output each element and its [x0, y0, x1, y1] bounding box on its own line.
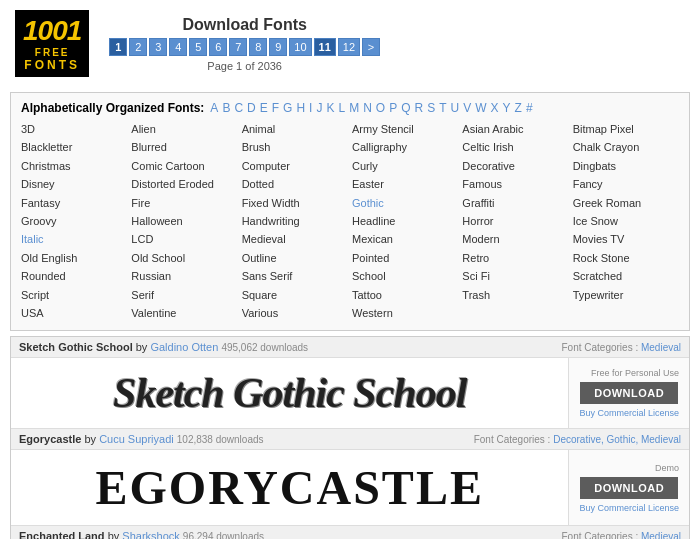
- cat-script[interactable]: Script: [21, 287, 127, 304]
- cat-distorted-eroded[interactable]: Distorted Eroded: [131, 176, 237, 193]
- page-btn-6[interactable]: 6: [209, 38, 227, 56]
- page-btn-11[interactable]: 11: [314, 38, 336, 56]
- alpha-L[interactable]: L: [338, 101, 345, 115]
- cat-brush[interactable]: Brush: [242, 139, 348, 156]
- cat-curly[interactable]: Curly: [352, 158, 458, 175]
- cat-chalk-crayon[interactable]: Chalk Crayon: [573, 139, 679, 156]
- font-cat-link-1[interactable]: Medieval: [641, 342, 681, 353]
- cat-groovy[interactable]: Groovy: [21, 213, 127, 230]
- cat-army-stencil[interactable]: Army Stencil: [352, 121, 458, 138]
- alpha-M[interactable]: M: [349, 101, 359, 115]
- cat-horror[interactable]: Horror: [462, 213, 568, 230]
- cat-usa[interactable]: USA: [21, 305, 127, 322]
- cat-fire[interactable]: Fire: [131, 195, 237, 212]
- page-btn-7[interactable]: 7: [229, 38, 247, 56]
- alpha-I[interactable]: I: [309, 101, 312, 115]
- cat-typewriter[interactable]: Typewriter: [573, 287, 679, 304]
- cat-alien[interactable]: Alien: [131, 121, 237, 138]
- download-btn-1[interactable]: DOWNLOAD: [580, 382, 678, 404]
- cat-russian[interactable]: Russian: [131, 268, 237, 285]
- cat-fixed-width[interactable]: Fixed Width: [242, 195, 348, 212]
- cat-old-school[interactable]: Old School: [131, 250, 237, 267]
- alpha-S[interactable]: S: [427, 101, 435, 115]
- cat-easter[interactable]: Easter: [352, 176, 458, 193]
- alpha-V[interactable]: V: [463, 101, 471, 115]
- page-btn-next[interactable]: >: [362, 38, 380, 56]
- alpha-A[interactable]: A: [210, 101, 218, 115]
- alpha-T[interactable]: T: [439, 101, 446, 115]
- page-btn-2[interactable]: 2: [129, 38, 147, 56]
- alpha-G[interactable]: G: [283, 101, 292, 115]
- cat-sans-serif[interactable]: Sans Serif: [242, 268, 348, 285]
- cat-lcd[interactable]: LCD: [131, 231, 237, 248]
- cat-famous[interactable]: Famous: [462, 176, 568, 193]
- download-btn-2[interactable]: DOWNLOAD: [580, 477, 678, 499]
- cat-gothic[interactable]: Gothic: [352, 195, 458, 212]
- cat-computer[interactable]: Computer: [242, 158, 348, 175]
- page-btn-4[interactable]: 4: [169, 38, 187, 56]
- alpha-N[interactable]: N: [363, 101, 372, 115]
- cat-mexican[interactable]: Mexican: [352, 231, 458, 248]
- commercial-link-1[interactable]: Buy Commercial License: [579, 408, 679, 418]
- page-btn-1[interactable]: 1: [109, 38, 127, 56]
- page-btn-8[interactable]: 8: [249, 38, 267, 56]
- cat-dotted[interactable]: Dotted: [242, 176, 348, 193]
- cat-asian-arabic[interactable]: Asian Arabic: [462, 121, 568, 138]
- cat-blackletter[interactable]: Blackletter: [21, 139, 127, 156]
- cat-sci-fi[interactable]: Sci Fi: [462, 268, 568, 285]
- cat-decorative[interactable]: Decorative: [462, 158, 568, 175]
- page-btn-3[interactable]: 3: [149, 38, 167, 56]
- alpha-F[interactable]: F: [272, 101, 279, 115]
- cat-serif[interactable]: Serif: [131, 287, 237, 304]
- alpha-P[interactable]: P: [389, 101, 397, 115]
- alpha-H[interactable]: H: [296, 101, 305, 115]
- cat-scratched[interactable]: Scratched: [573, 268, 679, 285]
- alpha-C[interactable]: C: [234, 101, 243, 115]
- alpha-D[interactable]: D: [247, 101, 256, 115]
- font-author-3[interactable]: Sharkshock: [122, 530, 179, 539]
- cat-bitmap-pixel[interactable]: Bitmap Pixel: [573, 121, 679, 138]
- page-btn-10[interactable]: 10: [289, 38, 311, 56]
- cat-medieval[interactable]: Medieval: [242, 231, 348, 248]
- cat-trash[interactable]: Trash: [462, 287, 568, 304]
- cat-movies-tv[interactable]: Movies TV: [573, 231, 679, 248]
- font-name-2[interactable]: Egorycastle: [19, 433, 81, 445]
- alpha-X[interactable]: X: [491, 101, 499, 115]
- cat-disney[interactable]: Disney: [21, 176, 127, 193]
- page-btn-9[interactable]: 9: [269, 38, 287, 56]
- alpha-Z[interactable]: Z: [515, 101, 522, 115]
- cat-fantasy[interactable]: Fantasy: [21, 195, 127, 212]
- cat-calligraphy[interactable]: Calligraphy: [352, 139, 458, 156]
- cat-celtic-irish[interactable]: Celtic Irish: [462, 139, 568, 156]
- cat-modern[interactable]: Modern: [462, 231, 568, 248]
- font-name-1[interactable]: Sketch Gothic School: [19, 341, 133, 353]
- font-author-2[interactable]: Cucu Supriyadi: [99, 433, 174, 445]
- alpha-Q[interactable]: Q: [401, 101, 410, 115]
- cat-pointed[interactable]: Pointed: [352, 250, 458, 267]
- cat-outline[interactable]: Outline: [242, 250, 348, 267]
- cat-old-english[interactable]: Old English: [21, 250, 127, 267]
- cat-ice-snow[interactable]: Ice Snow: [573, 213, 679, 230]
- cat-dingbats[interactable]: Dingbats: [573, 158, 679, 175]
- cat-comic-cartoon[interactable]: Comic Cartoon: [131, 158, 237, 175]
- cat-animal[interactable]: Animal: [242, 121, 348, 138]
- cat-greek-roman[interactable]: Greek Roman: [573, 195, 679, 212]
- cat-square[interactable]: Square: [242, 287, 348, 304]
- font-author-1[interactable]: Galdino Otten: [150, 341, 218, 353]
- cat-western[interactable]: Western: [352, 305, 458, 322]
- alpha-J[interactable]: J: [316, 101, 322, 115]
- cat-christmas[interactable]: Christmas: [21, 158, 127, 175]
- cat-graffiti[interactable]: Graffiti: [462, 195, 568, 212]
- alpha-O[interactable]: O: [376, 101, 385, 115]
- font-cat-link-3[interactable]: Medieval: [641, 531, 681, 539]
- alpha-B[interactable]: B: [222, 101, 230, 115]
- site-logo[interactable]: 1001 FREE FONTS: [15, 10, 89, 77]
- cat-fancy[interactable]: Fancy: [573, 176, 679, 193]
- cat-school[interactable]: School: [352, 268, 458, 285]
- font-name-3[interactable]: Enchanted Land: [19, 530, 105, 539]
- alpha-U[interactable]: U: [451, 101, 460, 115]
- cat-various[interactable]: Various: [242, 305, 348, 322]
- alpha-E[interactable]: E: [260, 101, 268, 115]
- font-cat-link-2[interactable]: Decorative, Gothic, Medieval: [553, 434, 681, 445]
- cat-valentine[interactable]: Valentine: [131, 305, 237, 322]
